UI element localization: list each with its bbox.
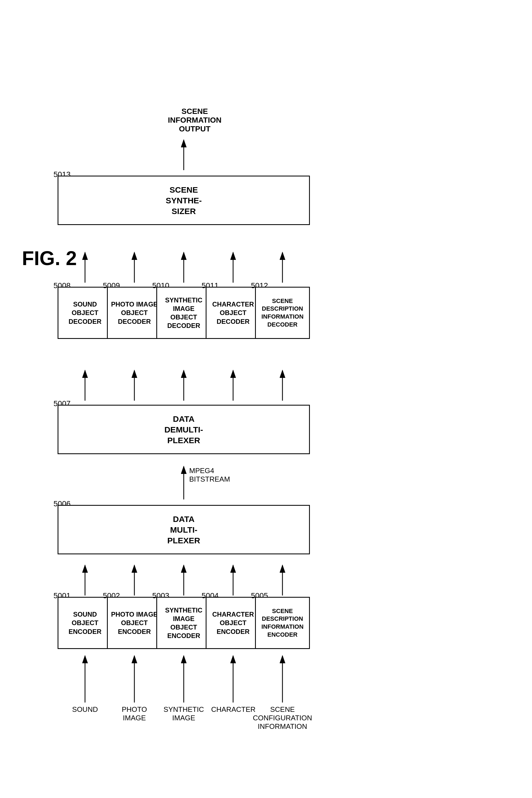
box-5009: PHOTO IMAGEOBJECTDECODER [107, 287, 162, 339]
box-5002: PHOTO IMAGEOBJECTENCODER [107, 597, 162, 649]
box-5010: SYNTHETICIMAGEOBJECTDECODER [156, 287, 211, 339]
scene-info-output-label: SCENEINFORMATIONOUTPUT [154, 107, 236, 133]
input-label-character: CHARACTER [211, 705, 255, 714]
box-5006: DATAMULTI-PLEXER [58, 505, 310, 554]
box-5007: DATADEMULTI-PLEXER [58, 405, 310, 454]
box-5013: SCENESYNTHE-SIZER [58, 175, 310, 225]
box-5012: SCENEDESCRIPTIONINFORMATIONDECODER [255, 287, 310, 339]
box-5008: SOUNDOBJECTDECODER [58, 287, 112, 339]
diagram-container: FIG. 2 [0, 0, 532, 798]
box-5011: CHARACTEROBJECTDECODER [206, 287, 261, 339]
input-label-sound: SOUND [63, 705, 107, 714]
input-label-photo: PHOTOIMAGE [110, 705, 159, 722]
box-5004: CHARACTEROBJECTENCODER [206, 597, 261, 649]
input-label-synthetic: SYNTHETICIMAGE [159, 705, 208, 722]
box-5005: SCENEDESCRIPTIONINFORMATIONENCODER [255, 597, 310, 649]
box-5003: SYNTHETICIMAGEOBJECTENCODER [156, 597, 211, 649]
arrows-svg [0, 0, 532, 798]
input-label-scene-config: SCENECONFIGURATIONINFORMATION [252, 705, 312, 731]
figure-label: FIG. 2 [22, 247, 77, 270]
mpeg4-bitstream-label: MPEG4BITSTREAM [189, 466, 250, 484]
box-5001: SOUNDOBJECTENCODER [58, 597, 112, 649]
